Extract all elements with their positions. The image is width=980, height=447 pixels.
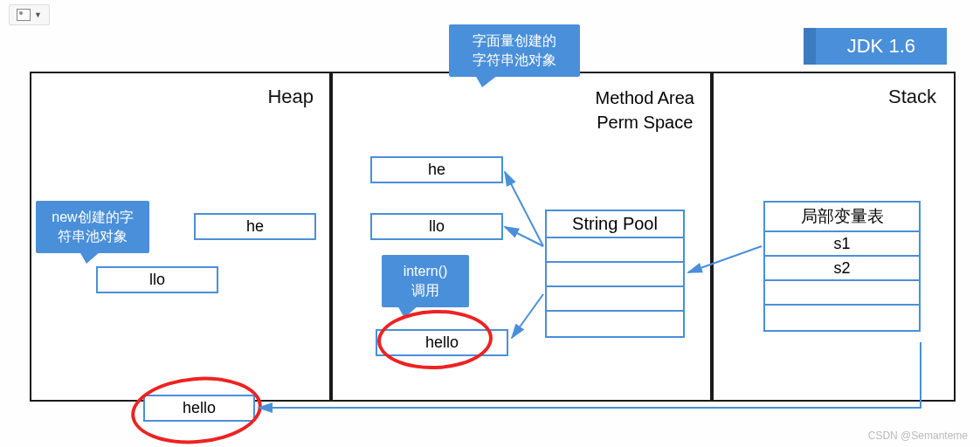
callout-literal: 字面量创建的 字符串池对象 <box>449 24 580 77</box>
heap-llo-obj: llo <box>96 266 218 293</box>
callout-new-l1: new创建的字 <box>45 208 141 227</box>
callout-intern: intern() 调用 <box>382 255 469 307</box>
heap-hello-obj: hello <box>143 395 255 422</box>
heap-he-obj: he <box>194 213 316 240</box>
local-variable-table: 局部变量表 s1 s2 <box>763 201 921 332</box>
callout-new-l2: 符串池对象 <box>45 227 141 246</box>
callout-new-object: new创建的字 符串池对象 <box>36 201 149 253</box>
toolbar[interactable]: ▼ <box>9 4 50 25</box>
watermark: CSDN @Semanteme <box>868 430 968 442</box>
string-pool-title: String Pool <box>547 211 683 238</box>
local-vars-title: 局部变量表 <box>765 203 919 232</box>
perm-hello-obj: hello <box>376 329 508 356</box>
string-pool-row <box>547 287 683 312</box>
callout-literal-l2: 字符串池对象 <box>458 51 571 70</box>
memory-diagram: Heap Method Area Perm Space Stack new创建的… <box>30 72 957 405</box>
image-icon <box>17 9 31 21</box>
callout-intern-l2: 调用 <box>390 281 460 300</box>
string-pool-table: String Pool <box>545 210 685 338</box>
jdk-banner: JDK 1.6 <box>816 28 947 65</box>
local-var-row <box>765 306 919 330</box>
heap-title: Heap <box>267 86 314 108</box>
local-var-row <box>765 281 919 306</box>
local-var-s2: s2 <box>765 257 919 281</box>
callout-intern-l1: intern() <box>390 262 460 281</box>
method-area-l1: Method Area <box>596 86 694 110</box>
callout-tail-icon <box>475 75 498 87</box>
callout-literal-l1: 字面量创建的 <box>458 31 571 51</box>
chevron-down-icon: ▼ <box>34 10 42 19</box>
perm-he-obj: he <box>370 156 503 183</box>
string-pool-row <box>547 263 683 287</box>
callout-tail-icon <box>397 306 418 318</box>
method-area-l2: Perm Space <box>596 110 694 134</box>
local-var-s1: s1 <box>765 232 919 257</box>
string-pool-row <box>547 238 683 263</box>
method-area-title: Method Area Perm Space <box>596 86 694 134</box>
stack-title: Stack <box>888 86 936 108</box>
callout-tail-icon <box>79 251 100 264</box>
string-pool-row <box>547 312 683 336</box>
perm-llo-obj: llo <box>370 213 503 240</box>
